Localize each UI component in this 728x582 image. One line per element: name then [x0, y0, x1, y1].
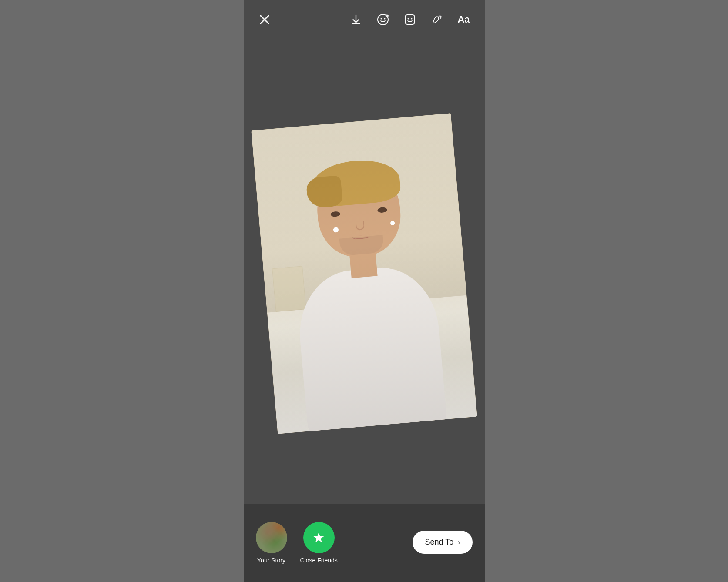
svg-rect-7: [405, 15, 415, 24]
bottom-bar: Your Story ★ Close Friends Send To ›: [244, 504, 485, 582]
close-button[interactable]: [256, 11, 273, 28]
your-story-image: [256, 522, 287, 553]
star-icon: ★: [312, 529, 325, 546]
phone-panel: Aa: [244, 0, 485, 582]
your-story-avatar: [256, 522, 287, 553]
photo-overlay: [251, 113, 477, 434]
svg-point-9: [411, 18, 412, 20]
photo-container: [257, 52, 472, 495]
text-button[interactable]: Aa: [455, 11, 473, 28]
top-toolbar: Aa: [244, 0, 485, 39]
send-to-label: Send To: [425, 538, 453, 547]
text-icon: Aa: [457, 14, 470, 25]
photo-inner: [251, 113, 477, 434]
face-sticker-button[interactable]: [401, 11, 419, 28]
close-friends-option[interactable]: ★ Close Friends: [300, 522, 338, 564]
svg-point-5: [384, 18, 385, 20]
close-friends-label: Close Friends: [300, 557, 338, 564]
draw-button[interactable]: [428, 11, 446, 28]
your-story-option[interactable]: Your Story: [256, 522, 287, 564]
send-to-button[interactable]: Send To ›: [413, 531, 472, 554]
toolbar-right: Aa: [347, 11, 473, 28]
outer-container: Aa: [0, 0, 728, 582]
chevron-right-icon: ›: [458, 539, 460, 546]
svg-point-3: [378, 14, 388, 25]
svg-point-8: [407, 18, 409, 20]
story-options: Your Story ★ Close Friends: [256, 522, 338, 564]
close-icon: [258, 13, 271, 26]
close-friends-avatar: ★: [303, 522, 335, 553]
emoji-sticker-button[interactable]: [374, 11, 392, 28]
close-friends-icon-bg: ★: [303, 522, 335, 553]
download-icon: [350, 13, 362, 26]
toolbar-left: [256, 11, 273, 28]
face-sticker-icon: [403, 13, 416, 26]
svg-point-6: [387, 15, 389, 17]
draw-icon: [431, 13, 443, 26]
story-photo: [251, 113, 477, 434]
svg-point-4: [380, 18, 382, 20]
download-button[interactable]: [347, 11, 365, 28]
your-story-label: Your Story: [257, 557, 285, 564]
emoji-sticker-icon: [376, 13, 389, 26]
